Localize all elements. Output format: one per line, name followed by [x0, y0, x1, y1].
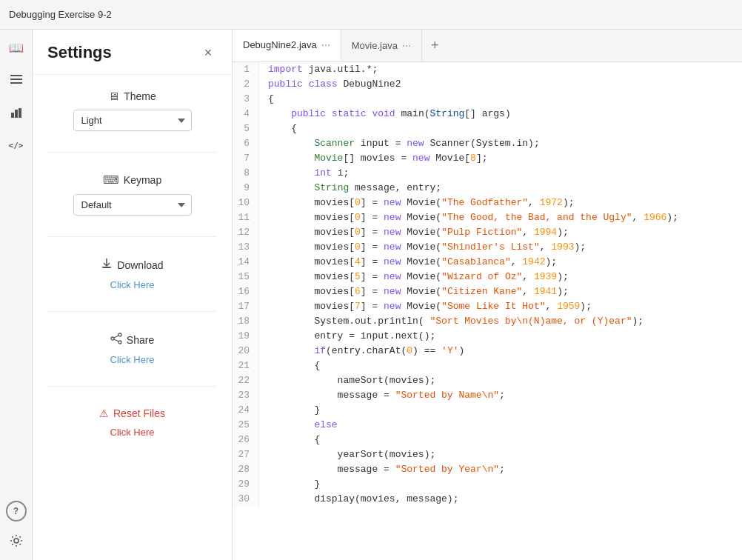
code-line-2: 2public class DebugNine2 — [233, 77, 742, 92]
share-icon — [110, 333, 122, 347]
keymap-select[interactable]: Default Vim Emacs — [73, 194, 192, 216]
book-icon[interactable]: 📖 — [6, 37, 27, 58]
svg-rect-1 — [10, 79, 22, 80]
code-line-9: 9 String message, entry; — [233, 181, 742, 196]
list-icon[interactable] — [6, 70, 27, 90]
share-link[interactable]: Click Here — [110, 354, 155, 365]
divider-2 — [47, 236, 217, 237]
code-line-4: 4 public static void main(String[] args) — [233, 107, 742, 121]
line-content: Scanner input = new Scanner(System.in); — [259, 136, 540, 151]
line-number: 15 — [233, 270, 259, 284]
line-content: movies[0] = new Movie("Shindler's List",… — [259, 240, 586, 255]
line-number: 16 — [233, 284, 259, 299]
code-container[interactable]: 1import java.util.*;2public class DebugN… — [233, 62, 742, 560]
line-number: 25 — [233, 418, 259, 433]
line-content: movies[0] = new Movie("Pulp Fiction", 19… — [259, 225, 569, 240]
line-content: public class DebugNine2 — [259, 77, 401, 92]
reset-label-text: Reset Files — [113, 407, 165, 419]
line-content: movies[7] = new Movie("Some Like It Hot"… — [259, 299, 592, 314]
svg-line-11 — [114, 336, 118, 338]
tab-debugnine2[interactable]: DebugNine2.java ⋯ — [233, 30, 341, 61]
line-content: { — [259, 92, 274, 107]
divider-1 — [47, 152, 217, 153]
line-content: { — [259, 121, 297, 136]
line-content: { — [259, 359, 320, 373]
reset-label: ⚠ Reset Files — [99, 407, 165, 419]
svg-point-8 — [118, 333, 121, 336]
line-content: message = "Sorted by Year\n"; — [259, 462, 505, 477]
code-line-22: 22 nameSort(movies); — [233, 373, 742, 388]
line-content: int i; — [259, 166, 349, 181]
theme-label: 🖥 Theme — [108, 90, 156, 102]
code-line-24: 24 } — [233, 403, 742, 418]
code-line-17: 17 movies[7] = new Movie("Some Like It H… — [233, 299, 742, 314]
main-area: 📖 </> ? Settings × — [0, 30, 742, 560]
line-content: Movie[] movies = new Movie[8]; — [259, 151, 487, 166]
code-line-10: 10 movies[0] = new Movie("The Godfather"… — [233, 196, 742, 210]
title-text: Debugging Exercise 9-2 — [9, 9, 112, 20]
line-number: 28 — [233, 462, 259, 477]
svg-rect-4 — [15, 110, 18, 118]
close-button[interactable]: × — [199, 44, 217, 61]
theme-section: 🖥 Theme Light Dark System — [47, 90, 217, 131]
svg-point-6 — [14, 539, 19, 543]
keymap-label: ⌨ Keymap — [103, 173, 161, 187]
line-content: } — [259, 477, 320, 492]
svg-rect-5 — [19, 108, 21, 118]
line-content: nameSort(movies); — [259, 373, 435, 388]
code-line-13: 13 movies[0] = new Movie("Shindler's Lis… — [233, 240, 742, 255]
settings-title: Settings — [47, 43, 112, 62]
line-number: 6 — [233, 136, 259, 151]
code-line-18: 18 System.out.println( "Sort Movies by\n… — [233, 314, 742, 329]
line-content: { — [259, 433, 320, 447]
line-content: display(movies, message); — [259, 492, 458, 507]
line-content: movies[0] = new Movie("The Good, the Bad… — [259, 210, 678, 225]
theme-select[interactable]: Light Dark System — [73, 110, 192, 131]
code-line-12: 12 movies[0] = new Movie("Pulp Fiction",… — [233, 225, 742, 240]
download-link[interactable]: Click Here — [110, 279, 155, 290]
settings-icon[interactable] — [6, 530, 27, 551]
code-line-1: 1import java.util.*; — [233, 62, 742, 77]
keymap-section: ⌨ Keymap Default Vim Emacs — [47, 173, 217, 216]
svg-line-12 — [114, 339, 118, 341]
line-number: 1 — [233, 62, 259, 77]
tab-movie-close[interactable]: ⋯ — [402, 41, 411, 51]
line-content: String message, entry; — [259, 181, 441, 196]
line-number: 2 — [233, 77, 259, 92]
line-number: 13 — [233, 240, 259, 255]
line-content: movies[4] = new Movie("Casablanca", 1942… — [259, 255, 557, 270]
code-icon[interactable]: </> — [6, 135, 27, 156]
svg-rect-3 — [11, 113, 14, 118]
line-number: 7 — [233, 151, 259, 166]
line-number: 19 — [233, 329, 259, 344]
code-line-27: 27 yearSort(movies); — [233, 447, 742, 462]
tab-movie[interactable]: Movie.java ⋯ — [341, 30, 422, 61]
line-number: 14 — [233, 255, 259, 270]
download-label-text: Download — [117, 259, 163, 271]
warning-icon: ⚠ — [99, 407, 109, 419]
svg-rect-7 — [102, 267, 111, 268]
line-number: 30 — [233, 492, 259, 507]
download-label: Download — [101, 258, 163, 272]
svg-rect-0 — [10, 75, 22, 76]
code-line-14: 14 movies[4] = new Movie("Casablanca", 1… — [233, 255, 742, 270]
reset-link[interactable]: Click Here — [110, 427, 155, 438]
line-number: 5 — [233, 121, 259, 136]
share-label: Share — [110, 333, 154, 347]
help-icon[interactable]: ? — [6, 501, 27, 521]
code-line-26: 26 { — [233, 433, 742, 447]
code-line-7: 7 Movie[] movies = new Movie[8]; — [233, 151, 742, 166]
line-number: 17 — [233, 299, 259, 314]
tab-bar: DebugNine2.java ⋯ Movie.java ⋯ + — [233, 30, 742, 62]
add-tab-button[interactable]: + — [422, 38, 448, 53]
line-content: } — [259, 403, 320, 418]
code-line-29: 29 } — [233, 477, 742, 492]
tab-debugnine2-close[interactable]: ⋯ — [321, 40, 330, 50]
line-content: movies[5] = new Movie("Wizard of Oz", 19… — [259, 270, 569, 284]
chart-icon[interactable] — [6, 102, 27, 123]
line-content: yearSort(movies); — [259, 447, 435, 462]
line-content: import java.util.*; — [259, 62, 378, 77]
code-line-5: 5 { — [233, 121, 742, 136]
line-number: 23 — [233, 388, 259, 403]
svg-rect-2 — [10, 82, 22, 84]
